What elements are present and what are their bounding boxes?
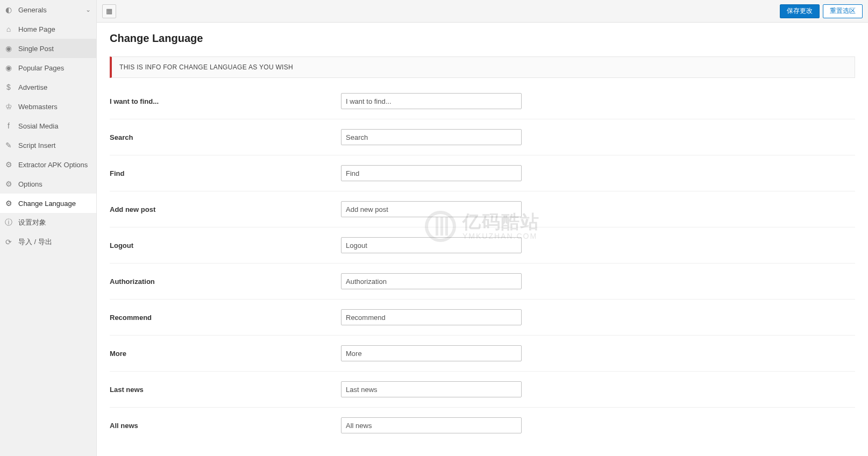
sosial-media-icon: f <box>3 122 14 130</box>
sidebar-item-home-page[interactable]: ⌂Home Page <box>0 19 96 39</box>
sidebar: ◐Generals⌄⌂Home Page◉Single Post◉Popular… <box>0 0 97 456</box>
layout-toggle-button[interactable]: ▦ <box>102 4 116 18</box>
field-label: Find <box>110 169 341 177</box>
sidebar-item-label: Change Language <box>18 200 76 208</box>
sidebar-item-import-export[interactable]: ⟳导入 / 导出 <box>0 232 96 252</box>
field-row-authorization: Authorization <box>110 263 855 300</box>
sidebar-item-label: Advertise <box>18 83 47 91</box>
reset-button[interactable]: 重置选区 <box>823 4 863 18</box>
change-language-icon: ⚙ <box>3 199 14 208</box>
sidebar-item-label: Script Insert <box>18 141 55 149</box>
single-post-icon: ◉ <box>3 44 14 53</box>
field-label: Add new post <box>110 205 341 213</box>
sidebar-item-set-object[interactable]: ⓘ设置对象 <box>0 213 96 232</box>
sidebar-item-sosial-media[interactable]: fSosial Media <box>0 116 96 136</box>
options-icon: ⚙ <box>3 180 14 188</box>
field-row-search: Search <box>110 119 855 155</box>
field-label: Recommend <box>110 314 341 322</box>
sidebar-item-label: Options <box>18 180 42 188</box>
sidebar-item-webmasters[interactable]: ♔Webmasters <box>0 97 96 116</box>
field-label: Last news <box>110 386 341 394</box>
authorization-input[interactable] <box>341 273 522 289</box>
script-insert-icon: ✎ <box>3 141 14 149</box>
set-object-icon: ⓘ <box>3 218 14 227</box>
layout-icon: ▦ <box>106 7 112 15</box>
logout-input[interactable] <box>341 237 522 253</box>
webmasters-icon: ♔ <box>3 102 14 111</box>
save-button[interactable]: 保存更改 <box>780 4 820 18</box>
more-input[interactable] <box>341 345 522 361</box>
sidebar-item-label: 设置对象 <box>18 218 46 227</box>
i-want-to-find-input[interactable] <box>341 93 522 109</box>
field-row-recommend: Recommend <box>110 300 855 336</box>
field-row-more: More <box>110 336 855 372</box>
sidebar-item-label: Extractor APK Options <box>18 161 88 169</box>
field-label: Authorization <box>110 277 341 286</box>
sidebar-item-extractor-apk-options[interactable]: ⚙Extractor APK Options <box>0 155 96 174</box>
field-row-find: Find <box>110 155 855 191</box>
page-title: Change Language <box>110 32 855 45</box>
sidebar-item-change-language[interactable]: ⚙Change Language <box>0 194 96 213</box>
sidebar-item-label: Sosial Media <box>18 122 58 130</box>
chevron-down-icon: ⌄ <box>86 6 91 13</box>
sidebar-item-label: Single Post <box>18 45 54 53</box>
sidebar-item-popular-pages[interactable]: ◉Popular Pages <box>0 58 96 77</box>
recommend-input[interactable] <box>341 309 522 325</box>
sidebar-item-label: Home Page <box>18 25 55 33</box>
field-row-i-want-to-find: I want to find... <box>110 83 855 119</box>
field-label: I want to find... <box>110 97 341 105</box>
last-news-input[interactable] <box>341 381 522 397</box>
info-banner: THIS IS INFO FOR CHANGE LANGUAGE AS YOU … <box>110 56 855 78</box>
sidebar-item-label: Popular Pages <box>18 64 64 72</box>
sidebar-item-label: Generals <box>18 6 47 14</box>
field-label: Logout <box>110 241 341 250</box>
sidebar-item-label: Webmasters <box>18 103 58 111</box>
main-panel: ▦ 保存更改 重置选区 Change Language THIS IS INFO… <box>97 0 868 456</box>
generals-icon: ◐ <box>3 5 14 14</box>
home-page-icon: ⌂ <box>3 25 14 33</box>
field-label: All news <box>110 422 341 430</box>
sidebar-item-advertise[interactable]: $Advertise <box>0 77 96 97</box>
add-new-post-input[interactable] <box>341 201 522 217</box>
sidebar-item-options[interactable]: ⚙Options <box>0 174 96 194</box>
field-row-logout: Logout <box>110 227 855 263</box>
field-row-add-new-post: Add new post <box>110 191 855 227</box>
popular-pages-icon: ◉ <box>3 63 14 72</box>
sidebar-item-single-post[interactable]: ◉Single Post <box>0 39 96 58</box>
all-news-input[interactable] <box>341 417 522 433</box>
sidebar-item-label: 导入 / 导出 <box>18 237 52 247</box>
field-label: More <box>110 350 341 358</box>
search-input[interactable] <box>341 129 522 145</box>
toolbar: ▦ 保存更改 重置选区 <box>97 0 868 23</box>
import-export-icon: ⟳ <box>3 238 14 246</box>
field-label: Search <box>110 133 341 141</box>
sidebar-item-script-insert[interactable]: ✎Script Insert <box>0 136 96 155</box>
content: Change Language THIS IS INFO FOR CHANGE … <box>97 23 868 456</box>
find-input[interactable] <box>341 165 522 181</box>
advertise-icon: $ <box>3 83 14 91</box>
sidebar-item-generals[interactable]: ◐Generals⌄ <box>0 0 96 19</box>
field-row-all-news: All news <box>110 408 855 443</box>
field-row-last-news: Last news <box>110 372 855 408</box>
extractor-apk-options-icon: ⚙ <box>3 160 14 169</box>
